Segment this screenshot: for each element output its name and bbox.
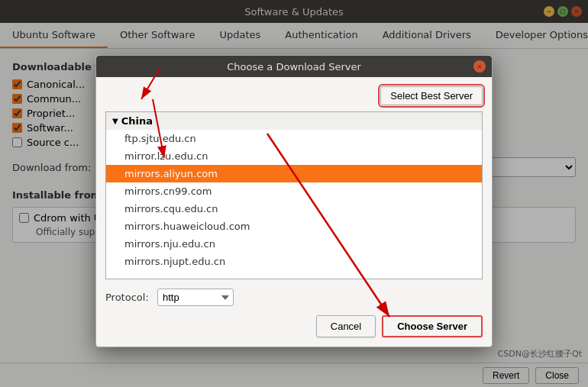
main-window: Software & Updates − □ × Ubuntu Software… <box>0 0 588 387</box>
server-item-njupt[interactable]: mirrors.njupt.edu.cn <box>106 253 482 270</box>
country-label: China <box>121 115 153 127</box>
server-item-aliyun[interactable]: mirrors.aliyun.com <box>106 165 482 182</box>
protocol-label: Protocol: <box>105 292 151 303</box>
dialog-title: Choose a Download Server <box>115 61 473 73</box>
country-arrow-icon: ▼ <box>112 117 118 125</box>
dialog-overlay: Choose a Download Server × Select Best S… <box>0 0 588 387</box>
cancel-button[interactable]: Cancel <box>316 315 376 337</box>
server-item-lzu[interactable]: mirror.lzu.edu.cn <box>106 147 482 165</box>
choose-server-dialog: Choose a Download Server × Select Best S… <box>95 55 493 347</box>
dialog-buttons: Cancel Choose Server <box>105 315 483 337</box>
protocol-row: Protocol: http ftp <box>105 289 483 306</box>
choose-server-button[interactable]: Choose Server <box>382 315 483 337</box>
server-item-huawei[interactable]: mirrors.huaweicloud.com <box>106 218 482 235</box>
server-item-sjtu[interactable]: ftp.sjtu.edu.cn <box>106 130 482 147</box>
server-item-nju[interactable]: mirrors.nju.edu.cn <box>106 235 482 253</box>
select-best-server-button[interactable]: Select Best Server <box>380 86 483 105</box>
dialog-title-bar: Choose a Download Server × <box>96 56 492 77</box>
dialog-top-row: Select Best Server <box>105 86 483 105</box>
protocol-select[interactable]: http ftp <box>157 289 234 306</box>
server-list-container[interactable]: ▼ China ftp.sjtu.edu.cn mirror.lzu.edu.c… <box>105 111 483 279</box>
server-item-cqu[interactable]: mirrors.cqu.edu.cn <box>106 200 482 218</box>
dialog-close-button[interactable]: × <box>473 60 486 73</box>
server-item-cn99[interactable]: mirrors.cn99.com <box>106 182 482 200</box>
dialog-body: Select Best Server ▼ China ftp.sjtu.edu.… <box>96 77 492 347</box>
country-header[interactable]: ▼ China <box>106 112 482 130</box>
